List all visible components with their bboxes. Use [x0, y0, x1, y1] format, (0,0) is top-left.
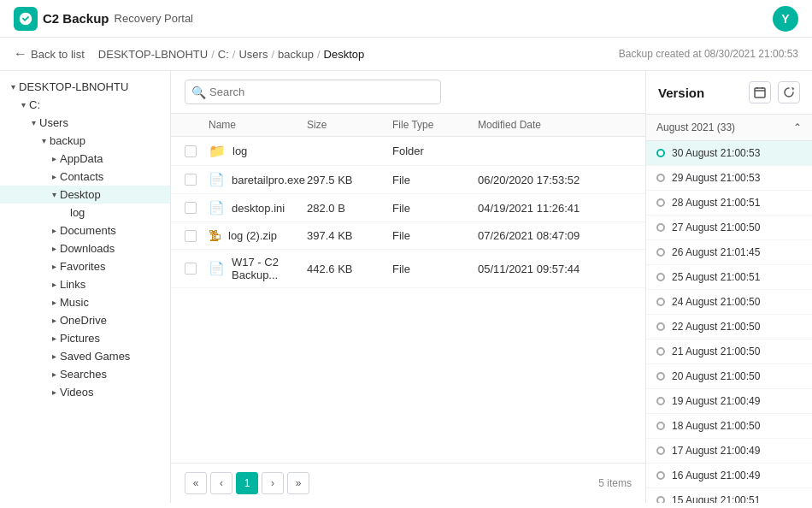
version-label: 17 August 21:00:49 — [672, 445, 760, 457]
table-row[interactable]: 📄desktop.ini282.0 BFile04/19/2021 11:26:… — [171, 194, 645, 222]
sidebar-item-favorites[interactable]: ▸Favorites — [0, 257, 170, 275]
version-item[interactable]: 15 August 21:00:51 — [646, 488, 812, 503]
page-last-button[interactable]: » — [287, 472, 309, 494]
sidebar-item-label: log — [70, 206, 170, 219]
version-dot — [656, 298, 665, 306]
version-label: 20 August 21:00:50 — [672, 370, 760, 382]
sidebar-item-music[interactable]: ▸Music — [0, 293, 170, 311]
toggle-icon: ▸ — [48, 298, 60, 307]
version-month-header[interactable]: August 2021 (33) ⌃ — [646, 115, 812, 141]
version-item[interactable]: 17 August 21:00:49 — [646, 439, 812, 464]
version-label: 15 August 21:00:51 — [672, 494, 760, 503]
row-checkbox[interactable] — [185, 263, 197, 275]
version-item[interactable]: 25 August 21:00:51 — [646, 265, 812, 290]
table-row[interactable]: 📁logFolder — [171, 137, 645, 166]
version-item[interactable]: 22 August 21:00:50 — [646, 315, 812, 340]
page-first-button[interactable]: « — [185, 472, 207, 494]
version-label: 22 August 21:00:50 — [672, 321, 760, 333]
version-item[interactable]: 19 August 21:00:49 — [646, 389, 812, 414]
toggle-icon: ▸ — [48, 387, 60, 397]
sidebar-item-label: AppData — [60, 152, 170, 165]
file-size: 442.6 KB — [307, 263, 392, 275]
sidebar-item-desktop[interactable]: ▾Desktop — [0, 186, 170, 204]
page-1-button[interactable]: 1 — [236, 472, 258, 494]
sidebar-item-downloads[interactable]: ▸Downloads — [0, 239, 170, 257]
version-label: 26 August 21:01:45 — [672, 246, 760, 258]
pagination: « ‹ 1 › » 5 items — [171, 463, 645, 503]
col-modified: Modified Date — [478, 119, 632, 131]
toggle-icon: ▸ — [48, 154, 60, 163]
sidebar-item-saved-games[interactable]: ▸Saved Games — [0, 347, 170, 365]
sidebar-item-label: DESKTOP-LBNOHTU — [19, 80, 170, 93]
sidebar-item-onedrive[interactable]: ▸OneDrive — [0, 311, 170, 329]
file-name-cell: 📄W17 - C2 Backup... — [209, 256, 307, 281]
sidebar-item-c:[interactable]: ▾C: — [0, 96, 170, 114]
version-item[interactable]: 18 August 21:00:50 — [646, 414, 812, 439]
file-modified: 07/26/2021 08:47:09 — [478, 229, 632, 242]
version-item[interactable]: 29 August 21:00:53 — [646, 166, 812, 191]
version-item[interactable]: 27 August 21:00:50 — [646, 216, 812, 240]
version-list: 30 August 21:00:5329 August 21:00:5328 A… — [646, 141, 812, 503]
search-input-wrap: 🔍 — [185, 80, 441, 104]
sidebar-item-pictures[interactable]: ▸Pictures — [0, 329, 170, 347]
sidebar-item-appdata[interactable]: ▸AppData — [0, 150, 170, 168]
sidebar-item-contacts[interactable]: ▸Contacts — [0, 168, 170, 186]
sidebar-item-users[interactable]: ▾Users — [0, 114, 170, 132]
sidebar-item-label: Users — [39, 116, 170, 129]
back-label: Back to list — [31, 48, 85, 61]
toggle-icon: ▸ — [48, 262, 60, 271]
version-item[interactable]: 20 August 21:00:50 — [646, 364, 812, 389]
version-item[interactable]: 30 August 21:00:53 — [646, 141, 812, 166]
version-label: 25 August 21:00:51 — [672, 271, 760, 283]
file-type: File — [392, 202, 478, 215]
version-item[interactable]: 28 August 21:00:51 — [646, 191, 812, 216]
zip-icon: 🗜 — [209, 228, 221, 243]
sidebar-item-backup[interactable]: ▾backup — [0, 132, 170, 150]
sidebar-item-desktop-lbnohtu[interactable]: ▾DESKTOP-LBNOHTU — [0, 78, 170, 96]
avatar: Y — [773, 6, 798, 32]
version-item[interactable]: 16 August 21:00:49 — [646, 464, 812, 488]
version-label: 21 August 21:00:50 — [672, 346, 760, 357]
table-row[interactable]: 📄W17 - C2 Backup...442.6 KBFile05/11/202… — [171, 250, 645, 288]
page-controls: « ‹ 1 › » — [185, 472, 309, 494]
file-name-cell: 📄baretailpro.exe — [209, 172, 307, 187]
table-header: Name Size File Type Modified Date — [171, 114, 645, 137]
sidebar-item-videos[interactable]: ▸Videos — [0, 383, 170, 401]
breadcrumb-drive: C: — [218, 48, 229, 61]
sidebar-item-links[interactable]: ▸Links — [0, 275, 170, 293]
search-input[interactable] — [185, 80, 441, 104]
version-collapse-icon: ⌃ — [793, 121, 802, 133]
version-refresh-button[interactable] — [778, 81, 800, 103]
version-label: 28 August 21:00:51 — [672, 197, 760, 209]
page-prev-button[interactable]: ‹ — [210, 472, 232, 494]
version-dot — [656, 372, 665, 381]
row-checkbox[interactable] — [185, 145, 197, 157]
row-checkbox[interactable] — [185, 174, 197, 186]
version-item[interactable]: 21 August 21:00:50 — [646, 340, 812, 364]
file-name: baretailpro.exe — [232, 174, 305, 186]
version-label: 24 August 21:00:50 — [672, 296, 760, 308]
row-checkbox[interactable] — [185, 230, 197, 242]
version-dot — [656, 496, 665, 503]
page-next-button[interactable]: › — [262, 472, 284, 494]
sidebar-item-log[interactable]: log — [0, 204, 170, 222]
breadcrumb-left: ← Back to list DESKTOP-LBNOHTU / C: / Us… — [14, 46, 364, 62]
sep4: / — [317, 48, 321, 61]
sidebar-item-label: OneDrive — [60, 314, 170, 327]
sidebar-item-searches[interactable]: ▸Searches — [0, 365, 170, 383]
file-name: desktop.ini — [232, 202, 285, 215]
sep3: / — [271, 48, 274, 61]
row-checkbox[interactable] — [185, 202, 197, 214]
table-row[interactable]: 📄baretailpro.exe297.5 KBFile06/20/2020 1… — [171, 166, 645, 194]
back-to-list-button[interactable]: ← Back to list — [14, 46, 85, 62]
version-calendar-button[interactable] — [749, 81, 771, 103]
version-item[interactable]: 26 August 21:01:45 — [646, 240, 812, 265]
table-row[interactable]: 🗜log (2).zip397.4 KBFile07/26/2021 08:47… — [171, 222, 645, 250]
version-item[interactable]: 24 August 21:00:50 — [646, 290, 812, 315]
items-count: 5 items — [598, 477, 632, 489]
sidebar-item-documents[interactable]: ▸Documents — [0, 222, 170, 239]
sidebar-item-label: Pictures — [60, 332, 170, 345]
pdf-icon: 📄 — [209, 261, 225, 276]
header-left: C2 Backup Recovery Portal — [14, 7, 193, 31]
sidebar-item-label: Documents — [60, 224, 170, 237]
